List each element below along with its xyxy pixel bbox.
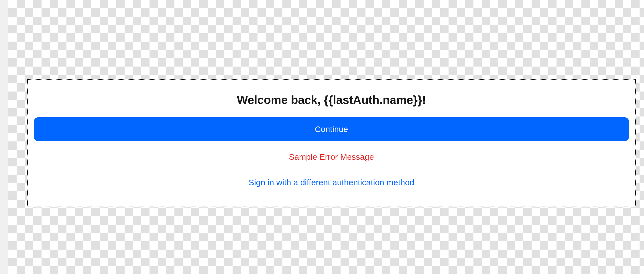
welcome-heading: Welcome back, {{lastAuth.name}}! — [34, 93, 629, 107]
auth-card: Welcome back, {{lastAuth.name}}! Continu… — [27, 79, 636, 207]
transparency-background: Welcome back, {{lastAuth.name}}! Continu… — [8, 0, 644, 274]
alt-signin-link[interactable]: Sign in with a different authentication … — [249, 178, 414, 187]
page-container: Welcome back, {{lastAuth.name}}! Continu… — [0, 0, 644, 274]
continue-button[interactable]: Continue — [34, 117, 629, 141]
error-message: Sample Error Message — [34, 152, 629, 162]
